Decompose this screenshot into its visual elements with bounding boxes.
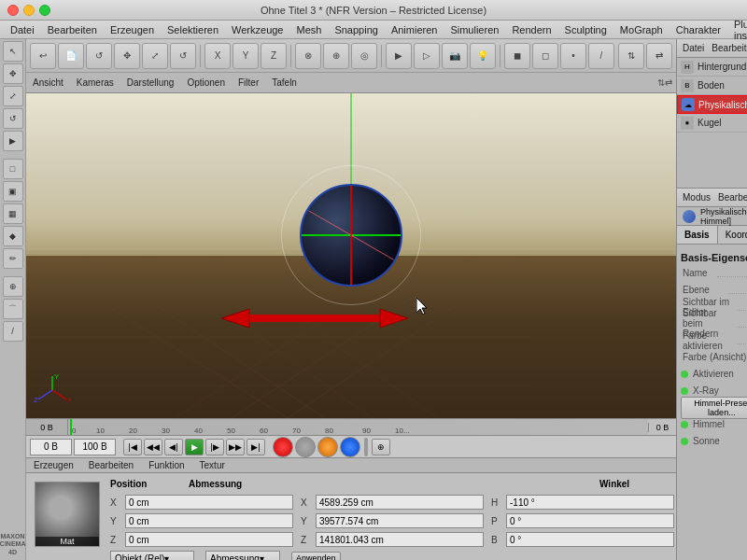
menu-animieren[interactable]: Animieren bbox=[386, 22, 444, 37]
go-to-start-btn[interactable]: |◀ bbox=[123, 439, 142, 455]
tool-scale[interactable]: ⤢ bbox=[3, 86, 23, 106]
keyframe-btn[interactable] bbox=[317, 437, 338, 457]
scene-item-hintergrund[interactable]: H Hintergrund ··· bbox=[677, 58, 747, 77]
viewport-filter[interactable]: Filter bbox=[235, 77, 261, 89]
tb-lock[interactable]: ⊗ bbox=[295, 43, 321, 69]
tb-undo[interactable]: ↺ bbox=[86, 43, 112, 69]
frame-end-field[interactable]: 100 B bbox=[74, 439, 116, 455]
tb-open[interactable]: 📄 bbox=[58, 43, 84, 69]
tool-box[interactable]: □ bbox=[3, 159, 23, 179]
tab-erzeugen[interactable]: Erzeugen bbox=[30, 458, 78, 472]
tb-poly[interactable]: ◻ bbox=[532, 43, 558, 69]
tb-point[interactable]: • bbox=[560, 43, 586, 69]
play-all-btn[interactable] bbox=[340, 437, 360, 457]
angle-p-field[interactable]: 0 ° bbox=[506, 513, 674, 528]
menu-simulieren[interactable]: Simulieren bbox=[444, 22, 504, 37]
tool-magnet[interactable]: ⊕ bbox=[3, 276, 23, 297]
sphere-object[interactable] bbox=[290, 175, 412, 296]
tb-light[interactable]: 💡 bbox=[470, 43, 496, 69]
menu-mograph[interactable]: MoGraph bbox=[614, 22, 669, 37]
menu-datei[interactable]: Datei bbox=[5, 22, 40, 37]
tb-z[interactable]: Z bbox=[261, 43, 287, 69]
tool-move[interactable]: ✥ bbox=[3, 63, 23, 84]
scene-menu-datei[interactable]: Datei bbox=[683, 43, 704, 53]
tool-bend[interactable]: ⌒ bbox=[3, 299, 23, 319]
tb-x[interactable]: X bbox=[204, 43, 231, 69]
menu-rendern[interactable]: Rendern bbox=[506, 22, 557, 37]
viewport-3d[interactable]: Y X Z bbox=[26, 93, 676, 418]
pos-x-field[interactable]: 0 cm bbox=[125, 495, 293, 510]
menu-snapping[interactable]: Snapping bbox=[329, 22, 384, 37]
angle-b-field[interactable]: 0 ° bbox=[506, 532, 674, 547]
size-mode-dropdown[interactable]: Abmessung ▾ bbox=[205, 551, 280, 560]
viewport-optionen[interactable]: Optionen bbox=[184, 77, 228, 89]
coord-system-dropdown[interactable]: Objekt (Rel) ▾ bbox=[110, 551, 194, 560]
tool-knife[interactable]: / bbox=[3, 321, 23, 342]
viewport-ansicht[interactable]: Ansicht bbox=[30, 77, 66, 89]
tool-grid[interactable]: ▦ bbox=[3, 203, 23, 224]
menu-werkzeuge[interactable]: Werkzeuge bbox=[226, 22, 289, 37]
material-thumbnail[interactable]: Mat bbox=[35, 482, 100, 547]
viewport-tafeln[interactable]: Tafeln bbox=[269, 77, 300, 89]
tb-edge[interactable]: / bbox=[588, 43, 614, 69]
maximize-button[interactable] bbox=[39, 5, 50, 16]
go-to-end-btn[interactable]: ▶| bbox=[247, 439, 265, 455]
tab-bearbeiten[interactable]: Bearbeiten bbox=[85, 458, 137, 472]
tb-camera[interactable]: 📷 bbox=[442, 43, 468, 69]
go-prev-btn[interactable]: ◀◀ bbox=[144, 439, 162, 455]
tb-scale[interactable]: ⤢ bbox=[142, 43, 168, 69]
tb-new[interactable]: ↩ bbox=[30, 43, 56, 69]
props-bearbeiten[interactable]: Bearbeiten bbox=[718, 192, 747, 203]
tb-move[interactable]: ✥ bbox=[114, 43, 140, 69]
tb-rotate[interactable]: ↺ bbox=[170, 43, 196, 69]
angle-h-field[interactable]: -110 ° bbox=[506, 495, 674, 510]
close-button[interactable] bbox=[7, 5, 19, 16]
tool-select[interactable]: ↖ bbox=[3, 41, 23, 62]
tb-snap2[interactable]: ⇄ bbox=[646, 43, 672, 69]
scene-item-physhimmel[interactable]: ☁ Physikalischer Himmel ··· bbox=[677, 95, 747, 114]
props-tab-koord[interactable]: Koord. bbox=[718, 226, 747, 244]
apply-button[interactable]: Anwenden bbox=[291, 552, 341, 560]
record-btn[interactable] bbox=[273, 437, 293, 457]
menu-mesh[interactable]: Mesh bbox=[290, 22, 327, 37]
size-z-field[interactable]: 141801.043 cm bbox=[316, 532, 484, 547]
tool-paint[interactable]: ✏ bbox=[3, 248, 23, 269]
viewport-darstellung[interactable]: Darstellung bbox=[124, 77, 177, 89]
tab-funktion[interactable]: Funktion bbox=[145, 458, 188, 472]
go-prev-frame-btn[interactable]: ◀| bbox=[164, 439, 183, 455]
tb-render2[interactable]: ▷ bbox=[414, 43, 440, 69]
size-x-field[interactable]: 4589.259 cm bbox=[316, 495, 484, 510]
scene-menu-bearbeiten[interactable]: Bearbeiten bbox=[712, 43, 747, 53]
pos-y-field[interactable]: 0 cm bbox=[125, 513, 293, 528]
tool-render[interactable]: ▶ bbox=[3, 131, 23, 151]
scene-item-boden[interactable]: B Boden ··· bbox=[677, 77, 747, 95]
tb-model[interactable]: ◼ bbox=[504, 43, 530, 69]
timeline-ruler[interactable]: 0 B 0 10 20 30 40 50 60 70 80 90 10... 0… bbox=[26, 418, 676, 435]
play-btn[interactable]: ▶ bbox=[185, 439, 204, 455]
menu-charakter[interactable]: Charakter bbox=[670, 22, 726, 37]
tool-polygon[interactable]: ◆ bbox=[3, 226, 23, 246]
props-tab-basis[interactable]: Basis bbox=[677, 226, 718, 244]
scene-item-kugel[interactable]: ● Kugel ··· bbox=[677, 114, 747, 133]
go-next-frame-btn[interactable]: |▶ bbox=[205, 439, 224, 455]
transport-extra[interactable]: ⊕ bbox=[372, 439, 390, 455]
menu-erzeugen[interactable]: Erzeugen bbox=[105, 22, 160, 37]
size-y-field[interactable]: 39577.574 cm bbox=[316, 513, 484, 528]
tb-snap1[interactable]: ⇅ bbox=[618, 43, 644, 69]
tb-y[interactable]: Y bbox=[233, 43, 259, 69]
timeline-bar[interactable]: 0 10 20 30 40 50 60 70 80 90 10... bbox=[68, 419, 648, 435]
menu-selektieren[interactable]: Selektieren bbox=[162, 22, 224, 37]
go-next-btn[interactable]: ▶▶ bbox=[226, 439, 245, 455]
auto-record-btn[interactable] bbox=[295, 437, 316, 457]
tool-rotate[interactable]: ↺ bbox=[3, 108, 23, 129]
tb-world[interactable]: ⊕ bbox=[323, 43, 349, 69]
pos-z-field[interactable]: 0 cm bbox=[125, 532, 293, 547]
tb-render[interactable]: ▶ bbox=[386, 43, 412, 69]
himmel-preset-button[interactable]: Himmel-Preset laden... bbox=[681, 397, 747, 419]
menu-sculpting[interactable]: Sculpting bbox=[559, 22, 613, 37]
minimize-button[interactable] bbox=[23, 5, 35, 16]
props-modus[interactable]: Modus bbox=[683, 192, 711, 203]
menu-bearbeiten[interactable]: Bearbeiten bbox=[42, 22, 103, 37]
tab-textur[interactable]: Textur bbox=[196, 458, 229, 472]
tool-cube[interactable]: ▣ bbox=[3, 181, 23, 202]
